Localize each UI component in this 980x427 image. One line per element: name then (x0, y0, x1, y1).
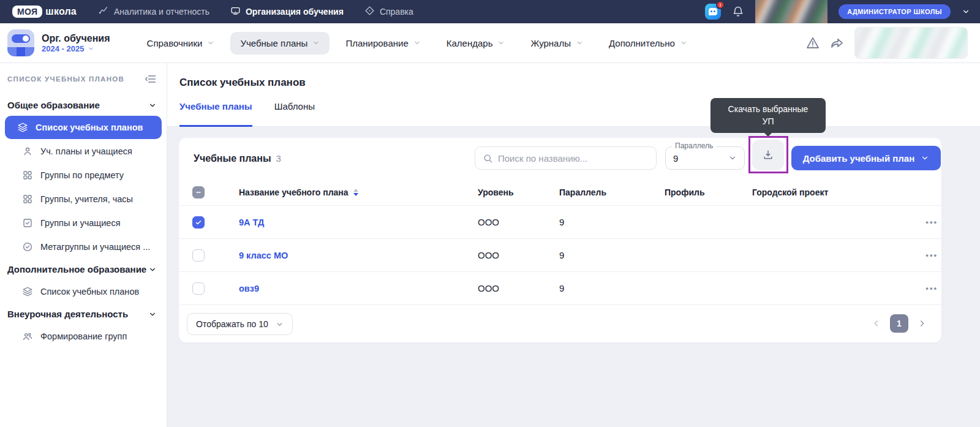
tooltip-line1: Скачать выбранные (728, 104, 809, 114)
menu-curricula-label: Учебные планы (240, 38, 307, 48)
chevron-down-icon (680, 39, 687, 47)
sidebar-item-plans-list-additional[interactable]: Список учебных планов (5, 280, 162, 303)
chevron-down-icon (276, 320, 284, 328)
sidebar-item-label: Формирование групп (40, 331, 127, 341)
row-actions-button[interactable]: ••• (905, 284, 941, 293)
menu-curricula[interactable]: Учебные планы (230, 32, 330, 55)
app-identity: Орг. обучения 2024 - 2025 (7, 29, 110, 56)
row-checkbox[interactable] (192, 216, 205, 229)
curriculum-link[interactable]: 9А ТД (225, 217, 478, 227)
section-title: Дополнительное образование (7, 264, 146, 274)
sidebar-item-label: Список учебных планов (40, 287, 139, 297)
check-circle-icon (22, 241, 33, 252)
nav-analytics-label: Аналитика и отчетность (114, 7, 209, 17)
role-badge[interactable]: АДМИНИСТРАТОР ШКОЛЫ (839, 4, 951, 19)
column-city-project: Городской проект (752, 187, 905, 197)
menu-additional[interactable]: Дополнительно (599, 32, 697, 55)
chevron-down-icon (148, 101, 157, 110)
table-row: 9 класс МО ООО 9 ••• (179, 239, 941, 272)
appbar-right (805, 27, 968, 59)
main-content: Список учебных планов Учебные планы Шабл… (167, 63, 980, 427)
grid-icon (22, 194, 33, 205)
page-size-button[interactable]: Отображать по 10 (187, 313, 293, 335)
sidebar-section-extracurricular[interactable]: Внеурочная деятельность (0, 304, 167, 324)
parallel-select[interactable]: Параллель 9 (665, 146, 745, 170)
chevron-down-icon (88, 45, 94, 52)
section-title: Внеурочная деятельность (7, 309, 128, 319)
add-curriculum-button[interactable]: Добавить учебный план (791, 146, 941, 170)
chevron-down-icon (497, 39, 505, 47)
curriculum-link[interactable]: 9 класс МО (225, 251, 478, 260)
search-input[interactable] (498, 153, 649, 164)
sidebar-section-general[interactable]: Общее образование (0, 95, 167, 115)
chevron-down-icon (413, 39, 421, 47)
row-actions-button[interactable]: ••• (905, 251, 941, 260)
nav-help[interactable]: Справка (364, 6, 413, 18)
curricula-card: Учебные планы 3 Параллель 9 (179, 138, 941, 342)
select-all-checkbox[interactable] (192, 186, 205, 198)
curriculum-link[interactable]: овз9 (225, 284, 478, 293)
chevron-down-icon (148, 310, 157, 319)
parallel-select-value: 9 (673, 153, 678, 164)
layers-icon (22, 286, 33, 297)
card-title: Учебные планы (194, 153, 271, 164)
brand-logo[interactable]: МОЯ школа (12, 6, 77, 18)
app-title: Орг. обучения (42, 32, 110, 44)
year-selector[interactable]: 2024 - 2025 (42, 44, 110, 53)
sidebar-item-groups-by-subject[interactable]: Группы по предмету (5, 164, 162, 187)
menu-calendar-label: Календарь (447, 38, 493, 48)
bell-icon[interactable] (732, 6, 744, 18)
chevron-down-icon (576, 39, 583, 47)
sidebar-item-label: Метагруппы и учащиеся ... (40, 242, 150, 252)
sidebar-item-groups-teachers-hours[interactable]: Группы, учителя, часы (5, 187, 162, 211)
sidebar-item-label: Список учебных планов (36, 123, 143, 132)
sidebar-item-groups-students[interactable]: Группы и учащиеся (5, 211, 162, 235)
tab-templates[interactable]: Шаблоны (274, 95, 315, 127)
collapse-sidebar-icon[interactable] (145, 73, 157, 85)
tab-curricula[interactable]: Учебные планы (179, 95, 252, 127)
nav-organization[interactable]: Организация обучения (230, 6, 344, 18)
sidebar-item-group-formation[interactable]: Формирование групп (5, 325, 162, 348)
warning-icon[interactable] (805, 36, 820, 50)
cell-level: ООО (478, 283, 559, 293)
sidebar-item-metagroups[interactable]: Метагруппы и учащиеся ... (5, 235, 162, 259)
share-icon[interactable] (830, 36, 845, 50)
download-selected-button[interactable] (752, 140, 784, 170)
chevron-down-icon[interactable] (962, 7, 970, 16)
topbar-right: ! АДМИНИСТРАТОР ШКОЛЫ (705, 0, 970, 23)
sidebar-section-additional[interactable]: Дополнительное образование (0, 259, 167, 279)
menu-calendar[interactable]: Календарь (437, 32, 515, 55)
add-curriculum-label: Добавить учебный план (803, 153, 915, 164)
sidebar-item-label: Группы и учащиеся (40, 218, 121, 228)
people-icon (22, 331, 33, 342)
prev-page-icon[interactable] (872, 319, 881, 328)
download-icon (762, 149, 774, 161)
column-profile: Профиль (665, 187, 752, 197)
messenger-icon[interactable]: ! (705, 4, 721, 20)
brand-badge: МОЯ (12, 6, 42, 18)
nav-analytics[interactable]: Аналитика и отчетность (99, 6, 209, 18)
column-level: Уровень (478, 187, 559, 197)
sidebar: СПИСОК УЧЕБНЫХ ПЛАНОВ Общее образование … (0, 63, 167, 427)
menu-planning[interactable]: Планирование (336, 32, 430, 55)
search-box (475, 146, 657, 170)
section-title: Общее образование (7, 100, 100, 110)
chat-bubble-icon (709, 8, 717, 15)
row-checkbox[interactable] (192, 249, 205, 262)
screen: МОЯ школа Аналитика и отчетность Организ… (0, 0, 980, 427)
menu-references-label: Справочники (147, 38, 203, 48)
sort-icon[interactable] (353, 189, 358, 196)
pagination: 1 (872, 314, 927, 333)
tabs: Учебные планы Шаблоны (179, 95, 315, 127)
sidebar-item-plans-list[interactable]: Список учебных планов (5, 116, 162, 139)
next-page-icon[interactable] (917, 319, 927, 328)
search-icon (483, 153, 493, 164)
sidebar-item-label: Группы по предмету (40, 170, 124, 180)
menu-journals[interactable]: Журналы (521, 32, 593, 55)
sidebar-item-plans-students[interactable]: Уч. планы и учащиеся (5, 140, 162, 163)
row-actions-button[interactable]: ••• (905, 217, 941, 227)
menu-references[interactable]: Справочники (137, 32, 225, 55)
page-number[interactable]: 1 (890, 314, 908, 333)
row-checkbox[interactable] (192, 282, 205, 295)
card-toolbar: Учебные планы 3 Параллель 9 (179, 138, 941, 179)
